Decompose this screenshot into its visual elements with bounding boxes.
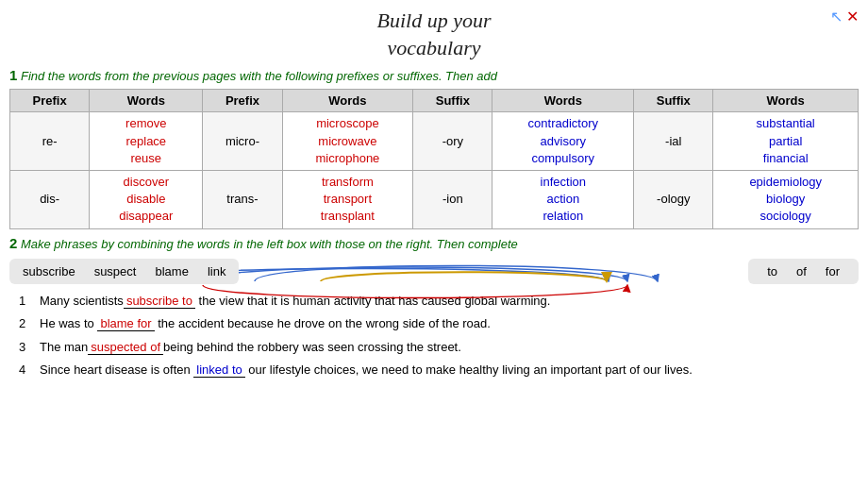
- instruction-1: 1 Find the words from the previous pages…: [0, 61, 868, 89]
- col-header-suffix2: Suffix: [634, 90, 713, 112]
- left-word-box: subscribe suspect blame link: [9, 259, 239, 284]
- suffix2-row1: -ial: [634, 112, 713, 171]
- cursor-icon: ↖: [830, 8, 843, 25]
- words2-row2: transformtransporttransplant: [282, 170, 413, 228]
- prefix1-row1: re-: [10, 112, 90, 171]
- col-header-prefix2: Prefix: [203, 90, 282, 112]
- answer-4: linked to: [193, 363, 244, 378]
- sentence-4: 4 Since heart disease is often linked to…: [19, 361, 849, 379]
- prefix2-row2: trans-: [203, 170, 282, 228]
- suffix1-row2: -ion: [413, 170, 492, 228]
- sentence-3: 3 The mansuspected ofbeing behind the ro…: [19, 338, 849, 357]
- col-header-words4: Words: [713, 90, 859, 112]
- suffix2-row2: -ology: [634, 170, 713, 228]
- cursor-icons: ↖ ✕: [830, 8, 859, 25]
- suffix1-row1: -ory: [413, 112, 492, 171]
- page-title: Build up your vocabulary: [0, 0, 868, 61]
- word-subscribe: subscribe: [23, 264, 75, 278]
- vocab-table-container: Prefix Words Prefix Words Suffix Words S…: [0, 89, 868, 228]
- x-cursor-icon: ✕: [846, 8, 859, 25]
- prefix1-row2: dis-: [10, 170, 90, 228]
- col-header-prefix1: Prefix: [10, 90, 90, 112]
- instruction-2: 2 Make phrases by combining the words in…: [0, 229, 868, 255]
- col-header-words3: Words: [492, 90, 634, 112]
- sentence-2: 2 He was to blame for the accident becau…: [19, 314, 849, 333]
- answer-1: subscribe to: [124, 294, 195, 309]
- right-word-box: to of for: [748, 259, 859, 284]
- word-blame: blame: [155, 264, 188, 278]
- words3-row2: infectionactionrelation: [492, 170, 634, 228]
- col-header-suffix1: Suffix: [413, 90, 492, 112]
- word-suspect: suspect: [94, 264, 137, 278]
- sentences-section: 1 Many scientistssubscribe to the view t…: [0, 288, 868, 388]
- word-of: of: [796, 264, 807, 278]
- answer-3: suspected of: [88, 340, 163, 355]
- col-header-words2: Words: [282, 90, 413, 112]
- words1-row1: removereplacereuse: [90, 112, 203, 171]
- table-row: re- removereplacereuse micro- microscope…: [10, 112, 859, 171]
- word-for: for: [826, 264, 840, 278]
- table-row: dis- discoverdisabledisappear trans- tra…: [10, 170, 859, 228]
- vocab-table: Prefix Words Prefix Words Suffix Words S…: [9, 89, 859, 228]
- words1-row2: discoverdisabledisappear: [90, 170, 203, 228]
- answer-2: blame for: [97, 316, 154, 331]
- words2-row1: microscopemicrowavemicrophone: [282, 112, 413, 171]
- word-link: link: [208, 264, 226, 278]
- words4-row2: epidemiologybiologysociology: [713, 170, 859, 228]
- col-header-words1: Words: [90, 90, 203, 112]
- word-boxes-container: subscribe suspect blame link to of for: [0, 255, 868, 288]
- words3-row1: contradictoryadvisorycompulsory: [492, 112, 634, 171]
- prefix2-row1: micro-: [203, 112, 282, 171]
- word-boxes-row: subscribe suspect blame link to of for: [0, 255, 868, 288]
- words4-row1: substantialpartialfinancial: [713, 112, 859, 171]
- word-to: to: [767, 264, 777, 278]
- sentence-1: 1 Many scientistssubscribe to the view t…: [19, 292, 849, 311]
